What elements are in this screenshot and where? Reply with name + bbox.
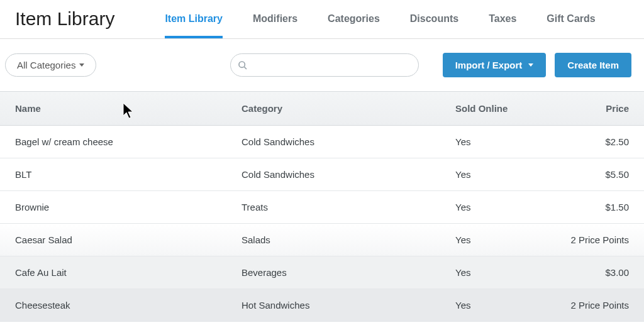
- tab-label: Modifiers: [253, 13, 297, 25]
- category-filter-dropdown[interactable]: All Categories: [5, 53, 96, 77]
- page-title: Item Library: [15, 8, 114, 38]
- chevron-down-icon: [79, 63, 84, 67]
- search-input[interactable]: [230, 53, 419, 77]
- svg-point-0: [239, 62, 245, 67]
- col-header-price[interactable]: Price: [556, 103, 629, 114]
- tab-label: Discounts: [410, 13, 458, 25]
- table-row[interactable]: Caesar Salad Salads Yes 2 Price Points: [0, 224, 644, 256]
- cell-category: Salads: [242, 234, 455, 245]
- cell-category: Beverages: [242, 267, 455, 278]
- table-row[interactable]: Cheesesteak Hot Sandwiches Yes 2 Price P…: [0, 289, 644, 322]
- search-wrap: [230, 53, 419, 77]
- chevron-down-icon: [528, 63, 533, 67]
- cell-category: Hot Sandwiches: [242, 300, 455, 311]
- cell-sold-online: Yes: [455, 234, 556, 245]
- button-label: Create Item: [567, 60, 619, 70]
- toolbar: All Categories Import / Export Create It…: [0, 39, 644, 91]
- table-row[interactable]: BLT Cold Sandwiches Yes $5.50: [0, 158, 644, 191]
- cell-category: Cold Sandwiches: [242, 169, 455, 180]
- cell-name: Caesar Salad: [15, 234, 242, 245]
- tab-label: Categories: [328, 13, 380, 25]
- tab-label: Taxes: [489, 13, 516, 25]
- cell-sold-online: Yes: [455, 202, 556, 212]
- items-table: Name Category Sold Online Price Bagel w/…: [0, 91, 644, 322]
- tab-modifiers[interactable]: Modifiers: [253, 0, 297, 38]
- tab-label: Gift Cards: [547, 13, 595, 25]
- cell-price: $3.00: [556, 267, 629, 278]
- cell-sold-online: Yes: [455, 136, 556, 147]
- header-bar: Item Library Item Library Modifiers Cate…: [0, 0, 644, 39]
- fade-region: Caesar Salad Salads Yes 2 Price Points C…: [0, 224, 644, 322]
- col-header-sold-online[interactable]: Sold Online: [455, 103, 556, 114]
- cell-price: $5.50: [556, 169, 629, 180]
- table-header: Name Category Sold Online Price: [0, 91, 644, 126]
- cell-price: 2 Price Points: [556, 300, 629, 311]
- table-row[interactable]: Bagel w/ cream cheese Cold Sandwiches Ye…: [0, 126, 644, 158]
- cell-sold-online: Yes: [455, 169, 556, 180]
- svg-line-1: [244, 67, 247, 69]
- tab-label: Item Library: [165, 13, 223, 25]
- col-header-category[interactable]: Category: [242, 103, 455, 114]
- tab-discounts[interactable]: Discounts: [410, 0, 458, 38]
- button-label: Import / Export: [455, 60, 523, 70]
- filter-label: All Categories: [17, 60, 75, 70]
- cell-price: $1.50: [556, 202, 629, 212]
- tabs: Item Library Modifiers Categories Discou…: [165, 0, 595, 38]
- tab-gift-cards[interactable]: Gift Cards: [547, 0, 595, 38]
- cell-sold-online: Yes: [455, 300, 556, 311]
- search-icon: [238, 60, 248, 70]
- tab-item-library[interactable]: Item Library: [165, 0, 223, 38]
- cell-name: Bagel w/ cream cheese: [15, 136, 242, 147]
- tab-taxes[interactable]: Taxes: [489, 0, 516, 38]
- cell-name: BLT: [15, 169, 242, 180]
- cell-name: Cheesesteak: [15, 300, 242, 311]
- col-header-name[interactable]: Name: [15, 103, 242, 114]
- table-row[interactable]: Cafe Au Lait Beverages Yes $3.00: [0, 256, 644, 289]
- tab-categories[interactable]: Categories: [328, 0, 380, 38]
- create-item-button[interactable]: Create Item: [555, 53, 631, 77]
- table-row[interactable]: Brownie Treats Yes $1.50: [0, 191, 644, 224]
- cell-sold-online: Yes: [455, 267, 556, 278]
- cell-category: Cold Sandwiches: [242, 136, 455, 147]
- cell-price: $2.50: [556, 136, 629, 147]
- cell-category: Treats: [242, 202, 455, 212]
- cell-name: Brownie: [15, 202, 242, 212]
- import-export-button[interactable]: Import / Export: [443, 53, 547, 77]
- cell-price: 2 Price Points: [556, 234, 629, 245]
- cell-name: Cafe Au Lait: [15, 267, 242, 278]
